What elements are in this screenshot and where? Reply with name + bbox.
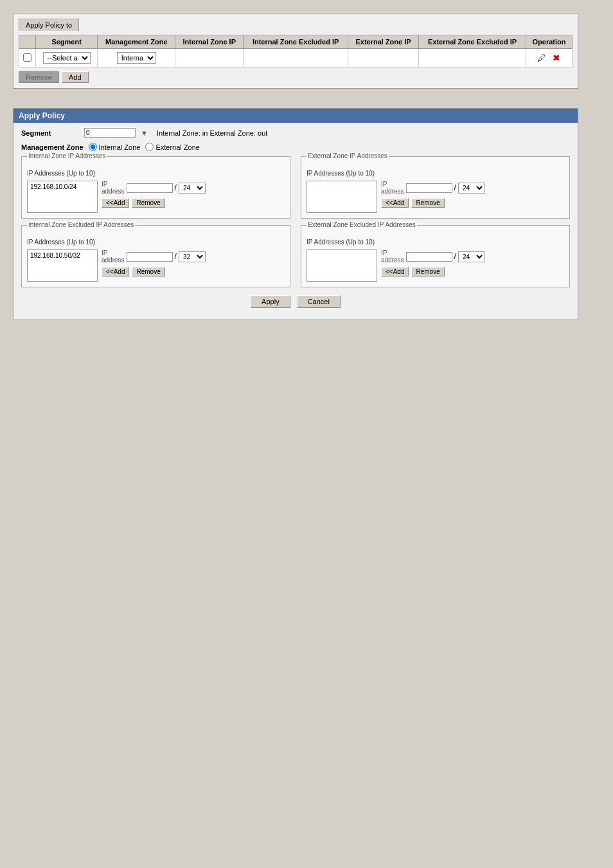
external-excluded-remove-button[interactable]: Remove	[411, 267, 444, 276]
external-excluded-ip-label: IPaddress	[381, 249, 404, 264]
external-excluded-ip-btn-row: <<Add Remove	[381, 267, 485, 276]
internal-ip-input[interactable]	[127, 183, 173, 193]
remove-button[interactable]: Remove	[19, 71, 59, 83]
row-mgmt-zone-cell: Interna	[98, 49, 175, 68]
internal-ip-label: IPaddress	[102, 181, 125, 195]
row-internal-excluded-ip-cell	[244, 49, 348, 68]
internal-excluded-ip-controls: IPaddress / 2425262728293032 <<Add Remov…	[102, 249, 206, 276]
management-zone-label: Management Zone	[21, 143, 84, 151]
internal-excluded-ip-box: Internal Zone Excluded IP Addresses IP A…	[21, 225, 290, 287]
col-mgmt-zone: Management Zone	[98, 35, 175, 49]
internal-zone-radio[interactable]	[89, 143, 97, 151]
external-add-button[interactable]: <<Add	[381, 198, 409, 208]
cancel-button[interactable]: Cancel	[297, 295, 341, 308]
external-slash: /	[454, 183, 456, 192]
ip-boxes-row-2: Internal Zone Excluded IP Addresses IP A…	[21, 225, 570, 287]
apply-policy-tab-label: Apply Policy to	[26, 21, 72, 29]
internal-excluded-slash: /	[175, 252, 177, 261]
apply-policy-tab: Apply Policy to	[19, 19, 79, 31]
row-external-zone-ip-cell	[348, 49, 419, 68]
external-excluded-ip-input[interactable]	[406, 252, 452, 262]
mgmt-zone-select[interactable]: Interna	[117, 52, 156, 64]
segment-label: Segment	[21, 129, 79, 137]
delete-icon[interactable]: ✖	[550, 51, 563, 64]
row-checkbox-cell	[19, 49, 36, 68]
col-internal-zone-ip: Internal Zone IP	[175, 35, 244, 49]
external-excluded-ip-title: External Zone Excluded IP Addresses	[306, 221, 417, 228]
external-ip-input[interactable]	[406, 183, 452, 193]
external-ip-label: IPaddress	[381, 181, 404, 195]
row-segment-cell: --Select a	[36, 49, 98, 68]
external-excluded-slash: /	[454, 252, 456, 261]
internal-zone-ip-box: Internal Zone IP Addresses IP Addresses …	[21, 156, 290, 219]
list-item: 192.168.10.0/24	[29, 183, 96, 191]
internal-excluded-cidr-select[interactable]: 2425262728293032	[179, 251, 206, 262]
external-ip-input-row: IPaddress / 2425262728293032	[381, 181, 485, 195]
apply-policy-panel: Apply Policy Segment ▼ Internal Zone: in…	[13, 108, 578, 320]
external-zone-radio[interactable]	[145, 143, 154, 151]
external-ip-btn-row: <<Add Remove	[381, 198, 485, 208]
top-apply-policy-section: Apply Policy to Segment Management Zone …	[13, 13, 578, 89]
row-external-excluded-ip-cell	[418, 49, 526, 68]
external-zone-radio-label[interactable]: External Zone	[145, 143, 199, 151]
row-internal-zone-ip-cell	[175, 49, 244, 68]
external-excluded-ip-box: External Zone Excluded IP Addresses IP A…	[301, 225, 570, 287]
segment-select[interactable]: --Select a	[43, 52, 91, 64]
col-internal-excluded-ip: Internal Zone Excluded IP	[244, 35, 348, 49]
internal-excluded-ip-list: 192.168.10.50/32	[27, 249, 98, 282]
internal-excluded-ip-title: Internal Zone Excluded IP Addresses	[27, 221, 135, 228]
internal-excluded-ip-input[interactable]	[127, 252, 173, 262]
panel-header: Apply Policy	[13, 109, 578, 123]
internal-cidr-select[interactable]: 2425262728293032	[179, 183, 206, 194]
external-excluded-ip-subtitle: IP Addresses (Up to 10)	[306, 239, 564, 246]
policy-table: Segment Management Zone Internal Zone IP…	[19, 35, 573, 68]
internal-ip-btn-row: <<Add Remove	[102, 198, 206, 208]
list-item: 192.168.10.50/32	[29, 251, 96, 260]
zone-info-text: Internal Zone: in External Zone: out	[157, 129, 267, 137]
internal-excluded-remove-button[interactable]: Remove	[132, 267, 164, 276]
col-external-excluded-ip: External Zone Excluded IP	[418, 35, 526, 49]
col-external-zone-ip: External Zone IP	[348, 35, 419, 49]
col-operation: Operation	[526, 35, 573, 49]
col-check	[19, 35, 36, 49]
segment-dropdown-arrow: ▼	[141, 129, 148, 137]
external-zone-ip-subtitle: IP Addresses (Up to 10)	[306, 170, 564, 177]
external-zone-ip-list	[306, 181, 377, 213]
table-row: --Select a Interna 🖊 ✖	[19, 49, 573, 68]
segment-field[interactable]	[84, 128, 136, 138]
external-zone-ip-controls: IPaddress / 2425262728293032 <<Add Remov…	[381, 181, 485, 208]
internal-excluded-ip-subtitle: IP Addresses (Up to 10)	[27, 239, 285, 246]
management-zone-row: Management Zone Internal Zone External Z…	[21, 143, 570, 151]
internal-excluded-ip-btn-row: <<Add Remove	[102, 267, 206, 276]
internal-zone-ip-controls: IPaddress / 2425262728293032 <<Add Remov…	[102, 181, 206, 208]
ip-boxes-row-1: Internal Zone IP Addresses IP Addresses …	[21, 156, 570, 219]
internal-excluded-ip-content: 192.168.10.50/32 IPaddress / 24252627282…	[27, 249, 285, 282]
external-excluded-cidr-select[interactable]: 2425262728293032	[458, 251, 485, 262]
row-checkbox[interactable]	[23, 53, 31, 62]
internal-slash: /	[175, 183, 177, 192]
table-action-row: Remove Add	[19, 71, 573, 83]
internal-excluded-add-button[interactable]: <<Add	[102, 267, 129, 276]
internal-excluded-ip-label: IPaddress	[102, 249, 125, 264]
external-remove-button[interactable]: Remove	[411, 198, 444, 208]
internal-ip-input-row: IPaddress / 2425262728293032	[102, 181, 206, 195]
col-segment: Segment	[36, 35, 98, 49]
internal-zone-ip-content: 192.168.10.0/24 IPaddress / 242526272829…	[27, 181, 285, 213]
external-zone-ip-box: External Zone IP Addresses IP Addresses …	[301, 156, 570, 219]
external-excluded-add-button[interactable]: <<Add	[381, 267, 409, 276]
external-zone-ip-content: IPaddress / 2425262728293032 <<Add Remov…	[306, 181, 564, 213]
apply-button[interactable]: Apply	[251, 295, 290, 308]
external-zone-ip-title: External Zone IP Addresses	[306, 152, 389, 159]
external-cidr-select[interactable]: 2425262728293032	[458, 183, 485, 194]
internal-zone-radio-label[interactable]: Internal Zone	[89, 143, 141, 151]
external-excluded-ip-input-row: IPaddress / 2425262728293032	[381, 249, 485, 264]
internal-zone-ip-title: Internal Zone IP Addresses	[27, 152, 107, 159]
internal-add-button[interactable]: <<Add	[102, 198, 129, 208]
apply-cancel-buttons: Apply Cancel	[21, 295, 570, 314]
add-button[interactable]: Add	[62, 71, 89, 83]
internal-remove-button[interactable]: Remove	[132, 198, 164, 208]
edit-icon[interactable]: 🖊	[535, 51, 548, 64]
panel-body: Segment ▼ Internal Zone: in External Zon…	[13, 123, 578, 320]
row-operation-cell: 🖊 ✖	[526, 49, 573, 68]
external-excluded-ip-content: IPaddress / 2425262728293032 <<Add Remov…	[306, 249, 564, 282]
